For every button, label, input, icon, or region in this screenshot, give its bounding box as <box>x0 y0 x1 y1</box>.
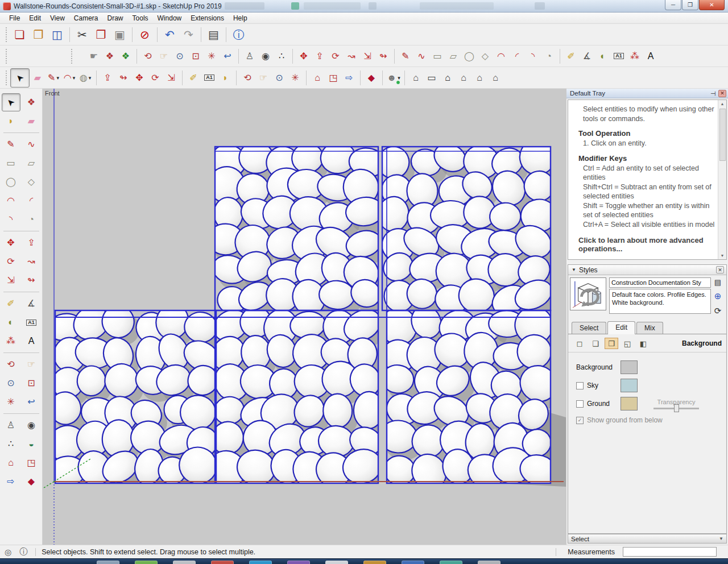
3d-text-button[interactable]: A <box>643 48 659 64</box>
two-point-arc-button[interactable]: ◜ <box>509 48 525 64</box>
taskbar-app-hint[interactable] <box>249 561 272 564</box>
make-component-button[interactable]: ❖ <box>22 93 41 111</box>
face-settings-button[interactable]: ❑ <box>589 338 602 349</box>
modeling-settings-button[interactable]: ◧ <box>636 338 650 349</box>
move-button[interactable]: ✥ <box>2 234 20 252</box>
3d-warehouse-button[interactable]: ⌂ <box>2 454 20 472</box>
hand-tool-button[interactable]: ☛ <box>86 48 102 64</box>
move-button[interactable]: ✥ <box>296 48 312 64</box>
taskbar-app-hint[interactable] <box>325 561 348 564</box>
toolbar-grip[interactable] <box>6 27 7 42</box>
taskbar-app-hint[interactable] <box>440 561 462 564</box>
style-thumbnail[interactable] <box>570 277 606 310</box>
offset-button[interactable]: ↬ <box>375 48 391 64</box>
tape-measure-button[interactable]: ✐ <box>563 48 579 64</box>
model-viewport[interactable]: Front <box>43 89 566 545</box>
polygon-button[interactable]: ◇ <box>22 173 41 191</box>
new-model-button[interactable]: ❏ <box>10 25 29 44</box>
scrollbar-thumb[interactable] <box>719 109 726 161</box>
menu-tools[interactable]: Tools <box>128 13 153 23</box>
scroll-up-icon[interactable]: ▲ <box>721 100 725 107</box>
polygon-button[interactable]: ◇ <box>477 48 493 64</box>
zoom-window-button[interactable]: ⊡ <box>22 374 41 392</box>
three-point-arc-button[interactable]: ◝ <box>2 210 20 229</box>
pin-icon[interactable]: ⊤ <box>710 90 717 96</box>
redo-button[interactable]: ↷ <box>179 25 198 44</box>
windows-taskbar[interactable] <box>0 558 728 564</box>
protractor-button[interactable]: ◐ <box>595 48 611 64</box>
dropdown-arrow-icon[interactable]: ▾ <box>89 75 92 81</box>
sky-checkbox[interactable] <box>576 382 584 389</box>
move-button[interactable]: ✥ <box>131 70 147 86</box>
ground-checkbox[interactable] <box>576 400 584 408</box>
account-button[interactable]: ☻▾ <box>386 70 402 86</box>
zoom-previous-button[interactable]: ↩ <box>220 48 235 64</box>
view-front-button[interactable]: ⌂ <box>440 70 456 86</box>
pie-button[interactable]: ◔ <box>22 210 41 229</box>
background-swatch[interactable] <box>621 360 638 374</box>
send-to-layout-button[interactable]: ⇨ <box>2 472 20 491</box>
section-plane-button[interactable]: ◒ <box>22 435 41 453</box>
line-tool-button[interactable]: ✎▾ <box>46 70 61 86</box>
restore-button[interactable]: ❐ <box>682 0 698 10</box>
look-around-button[interactable]: ◉ <box>22 416 41 434</box>
menu-extensions[interactable]: Extensions <box>186 13 229 23</box>
create-style-icon[interactable]: ⊕ <box>714 291 722 301</box>
show-ground-checkbox[interactable]: ✓ <box>576 417 584 424</box>
two-point-arc-button[interactable]: ◜ <box>22 192 41 210</box>
tab-edit[interactable]: Edit <box>607 321 635 334</box>
three-point-arc-button[interactable]: ◝ <box>525 48 541 64</box>
scroll-down-icon[interactable]: ▼ <box>721 252 725 259</box>
push-pull-button[interactable]: ⇪ <box>312 48 328 64</box>
pan-button[interactable]: ☞ <box>255 70 271 86</box>
style-description[interactable]: Default face colors. Profile Edges. Whit… <box>609 289 711 314</box>
scale-button[interactable]: ⇲ <box>2 271 20 289</box>
share-model-button[interactable]: ◳ <box>22 454 41 472</box>
text-tool-button[interactable]: A1 <box>22 313 41 331</box>
extension-warehouse-button[interactable]: ◆ <box>22 472 41 491</box>
model-info-button[interactable]: ⓘ <box>229 25 248 44</box>
orbit-button[interactable]: ⟲ <box>239 70 255 86</box>
taskbar-app-hint[interactable] <box>363 561 386 564</box>
tape-measure-button[interactable]: ✐ <box>185 70 201 86</box>
rectangle-button[interactable]: ▭ <box>429 48 445 64</box>
orbit-button[interactable]: ⟲ <box>140 48 156 64</box>
zoom-button[interactable]: ⊙ <box>2 374 20 392</box>
scale-button[interactable]: ⇲ <box>163 70 179 86</box>
sky-swatch[interactable] <box>621 379 638 392</box>
undo-button[interactable]: ↶ <box>160 25 179 44</box>
zoom-button[interactable]: ⊙ <box>271 70 287 86</box>
menu-draw[interactable]: Draw <box>103 13 128 23</box>
view-right-button[interactable]: ⌂ <box>456 70 471 86</box>
taskbar-app-hint[interactable] <box>97 561 119 564</box>
push-pull-button[interactable]: ⇪ <box>22 234 41 252</box>
select-tool-button[interactable]: ➤ <box>2 93 20 111</box>
view-top-button[interactable]: ▭ <box>424 70 440 86</box>
tab-select[interactable]: Select <box>572 322 606 334</box>
dimension-button[interactable]: ∡ <box>22 295 41 313</box>
tab-mix[interactable]: Mix <box>636 322 663 334</box>
zoom-extents-button[interactable]: ✳ <box>204 48 220 64</box>
text-tool-button[interactable]: A1 <box>201 70 217 86</box>
zoom-extents-button[interactable]: ✳ <box>287 70 303 86</box>
eraser-button[interactable]: ▰ <box>22 112 41 130</box>
slider-thumb[interactable] <box>674 404 679 412</box>
minimize-button[interactable]: ─ <box>665 0 681 10</box>
menu-file[interactable]: File <box>5 13 24 23</box>
rotated-rectangle-button[interactable]: ▱ <box>445 48 461 64</box>
taskbar-app-hint[interactable] <box>287 561 310 564</box>
pan-button[interactable]: ☞ <box>156 48 172 64</box>
taskbar-app-hint[interactable] <box>173 561 196 564</box>
offset-button[interactable]: ↬ <box>22 271 41 289</box>
menu-edit[interactable]: Edit <box>24 13 46 23</box>
watermark-settings-button[interactable]: ◱ <box>621 338 634 349</box>
follow-me-button[interactable]: ↝ <box>344 48 359 64</box>
toolbar-grip[interactable] <box>71 49 73 64</box>
style-name-input[interactable] <box>609 277 711 288</box>
paste-button[interactable]: ▣ <box>110 25 129 44</box>
collapsed-select-panel[interactable]: Select ▼ <box>568 534 727 544</box>
cut-button[interactable]: ✂ <box>73 25 92 44</box>
styles-panel-header[interactable]: ▼ Styles ✕ <box>568 265 726 275</box>
print-button[interactable]: ▤ <box>204 25 223 44</box>
extension-warehouse-button[interactable]: ◆ <box>363 70 379 86</box>
